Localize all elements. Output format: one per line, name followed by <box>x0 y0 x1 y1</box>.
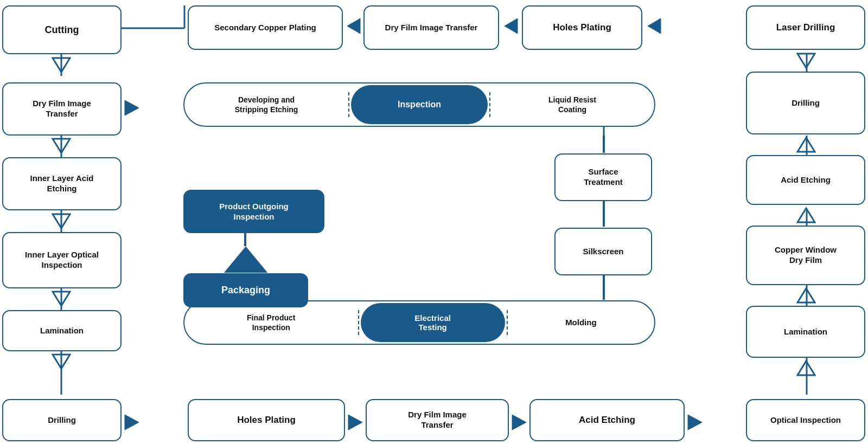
arrow-acid-bottom-right <box>687 414 703 433</box>
optical-inspection-right-node: Optical Inspection <box>746 399 865 441</box>
acid-etching-bottom-node: Acid Etching <box>529 399 685 441</box>
inner-optical-node: Inner Layer OpticalInspection <box>2 232 122 288</box>
svg-marker-28 <box>797 361 815 375</box>
drilling-right-node: Drilling <box>746 72 865 134</box>
sep-3 <box>358 310 359 336</box>
svg-marker-23 <box>648 18 661 34</box>
svg-marker-18 <box>53 292 70 306</box>
lamination-right-node: Lamination <box>746 306 865 358</box>
dry-film-top-node: Dry Film Image Transfer <box>363 5 499 50</box>
developing-segment: Developing andStripping Etching <box>184 95 348 114</box>
cutting-node: Cutting <box>2 5 122 54</box>
arrow-acid-right-up <box>796 207 816 226</box>
copper-window-node: Copper WindowDry Film <box>746 226 865 285</box>
arrow-lam-right-up <box>796 360 816 378</box>
svg-marker-22 <box>505 18 518 34</box>
vert-conn-2 <box>603 201 605 227</box>
svg-marker-20 <box>125 415 139 430</box>
svg-marker-30 <box>225 247 266 272</box>
svg-marker-15 <box>53 58 70 72</box>
vert-conn-1 <box>603 136 605 153</box>
drilling-left-node: Drilling <box>2 399 122 441</box>
arrow-drilling-left-right <box>124 414 140 433</box>
inspection-segment: Inspection <box>351 85 488 124</box>
svg-marker-29 <box>125 100 139 115</box>
holes-plating-top-node: Holes Plating <box>522 5 642 50</box>
svg-marker-19 <box>53 355 70 369</box>
svg-marker-26 <box>797 208 815 222</box>
outgoing-pkg-conn <box>244 233 246 246</box>
arrow-left-3 <box>647 17 662 37</box>
surface-treatment-node: SurfaceTreatment <box>554 153 652 201</box>
packaging-arrow-up <box>224 246 267 273</box>
svg-marker-21 <box>347 18 360 34</box>
inner-acid-node: Inner Layer AcidEtching <box>2 157 122 210</box>
packaging-group: Packaging <box>183 246 308 307</box>
holes-plating-bottom-node: Holes Plating <box>188 399 345 441</box>
svg-marker-25 <box>797 138 815 152</box>
secondary-copper-node: Secondary Copper Plating <box>188 5 343 50</box>
arrow-dryfilm-right <box>124 99 140 119</box>
arrow-laser-down <box>796 53 816 71</box>
svg-marker-32 <box>512 415 526 430</box>
svg-marker-31 <box>348 415 362 430</box>
electrical-testing-segment: ElectricalTesting <box>361 303 505 342</box>
separator-1 <box>348 92 349 118</box>
liquid-resist-segment: Liquid ResistCoating <box>490 95 654 114</box>
dry-film-1-node: Dry Film ImageTransfer <box>2 82 122 136</box>
product-outgoing-node: Product OutgoingInspection <box>183 190 324 233</box>
silkscreen-node: Silkscreen <box>554 228 652 275</box>
vert-conn-3 <box>603 275 605 300</box>
packaging-node: Packaging <box>183 273 308 307</box>
laser-drilling-node: Laser Drilling <box>746 5 865 50</box>
lamination-left-node: Lamination <box>2 310 122 351</box>
svg-marker-24 <box>797 54 815 68</box>
arrow-inneroptical-down <box>52 291 71 309</box>
molding-segment: Molding <box>508 317 654 328</box>
acid-etching-right-node: Acid Etching <box>746 155 865 205</box>
arrow-left-2 <box>503 17 519 37</box>
top-process-bar: Developing andStripping Etching Inspecti… <box>183 82 655 127</box>
final-product-segment: Final ProductInspection <box>184 313 358 332</box>
svg-marker-27 <box>797 288 815 303</box>
arrow-dryfilm-bottom-right <box>511 414 527 433</box>
arrow-dryfilm1-down <box>52 138 71 156</box>
arrow-copper-up <box>796 287 816 306</box>
process-diagram: Cutting Dry Film ImageTransfer Inner Lay… <box>0 0 868 444</box>
arrow-left-1 <box>346 17 361 37</box>
arrow-inneracid-down <box>52 213 71 231</box>
svg-marker-16 <box>53 139 70 153</box>
arrow-cutting-down <box>52 57 71 75</box>
svg-marker-33 <box>688 415 702 430</box>
arrow-drilling-right-up <box>796 137 816 155</box>
arrow-holes-plating-right <box>347 414 363 433</box>
arrow-lam-left-down <box>52 353 71 372</box>
dry-film-bottom-node: Dry Film ImageTransfer <box>366 399 509 441</box>
svg-marker-17 <box>53 214 70 228</box>
